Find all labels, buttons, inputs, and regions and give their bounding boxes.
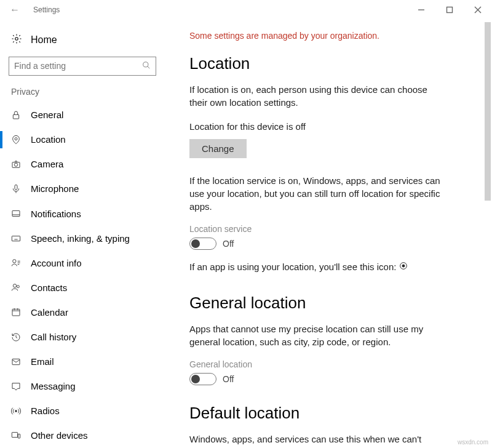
window-title: Settings <box>33 6 60 14</box>
svg-point-4 <box>15 38 18 41</box>
svg-rect-26 <box>12 359 20 364</box>
location-target-icon <box>399 261 408 273</box>
lock-icon <box>11 110 25 120</box>
default-location-desc: Windows, apps, and services can use this… <box>189 433 448 448</box>
account-icon <box>11 258 25 268</box>
toggle-state: Off <box>223 374 234 384</box>
svg-point-20 <box>13 284 16 287</box>
home-label: Home <box>31 34 57 46</box>
email-icon <box>11 357 25 367</box>
keyboard-icon <box>11 233 25 243</box>
change-button[interactable]: Change <box>189 139 247 158</box>
search-input[interactable] <box>14 61 142 71</box>
location-icon <box>11 135 25 145</box>
location-service-desc: If the location service is on, Windows, … <box>189 174 448 213</box>
svg-rect-28 <box>12 433 17 438</box>
history-icon <box>11 332 25 342</box>
sidebar-item-account[interactable]: Account info <box>0 250 165 275</box>
general-location-heading: General location <box>189 294 474 313</box>
sidebar-item-camera[interactable]: Camera <box>0 152 165 177</box>
general-location-toggle[interactable]: Off <box>189 373 474 385</box>
window-controls <box>407 0 492 20</box>
sidebar-item-label: Email <box>31 356 54 367</box>
location-service-toggle[interactable]: Off <box>189 238 474 250</box>
sidebar-item-notifications[interactable]: Notifications <box>0 201 165 226</box>
main-content: Some settings are managed by your organi… <box>165 20 492 448</box>
close-button[interactable] <box>464 0 492 20</box>
sidebar-item-label: Notifications <box>31 209 81 219</box>
svg-line-6 <box>148 66 150 69</box>
svg-point-5 <box>143 62 148 67</box>
toggle-state: Off <box>223 239 234 249</box>
back-button[interactable]: ← <box>5 0 25 20</box>
sidebar-item-label: Contacts <box>31 282 67 293</box>
default-location-heading: Default location <box>189 404 474 423</box>
sidebar-item-email[interactable]: Email <box>0 350 165 374</box>
general-location-desc: Apps that cannot use my precise location… <box>189 322 448 348</box>
sidebar: Home Privacy General Location Camera Mic… <box>0 20 165 448</box>
svg-point-8 <box>15 137 17 140</box>
devices-icon <box>11 431 25 441</box>
search-icon <box>142 61 151 71</box>
search-box[interactable] <box>9 57 156 76</box>
calendar-icon <box>11 307 25 317</box>
location-heading: Location <box>189 54 474 73</box>
toggle-track <box>189 373 216 385</box>
sidebar-item-label: Account info <box>31 258 82 268</box>
location-icon-note: If an app is using your location, you'll… <box>189 261 474 273</box>
sidebar-item-messaging[interactable]: Messaging <box>0 374 165 399</box>
sidebar-item-callhistory[interactable]: Call history <box>0 324 165 349</box>
svg-rect-13 <box>12 236 20 241</box>
device-location-status: Location for this device is off <box>189 120 448 133</box>
location-desc: If location is on, each person using thi… <box>189 83 448 109</box>
home-nav[interactable]: Home <box>0 30 165 57</box>
sidebar-item-label: Microphone <box>31 183 79 194</box>
minimize-button[interactable] <box>407 0 435 20</box>
scrollbar[interactable] <box>485 22 491 201</box>
sidebar-item-label: Radios <box>31 406 60 416</box>
messaging-icon <box>11 382 25 391</box>
sidebar-item-general[interactable]: General <box>0 103 165 127</box>
sidebar-item-label: General <box>31 110 63 120</box>
sidebar-item-label: Speech, inking, & typing <box>31 233 130 244</box>
sidebar-item-label: Messaging <box>31 381 76 391</box>
sidebar-item-label: Location <box>31 134 66 145</box>
general-location-label: General location <box>189 359 474 369</box>
sidebar-item-label: Call history <box>31 332 76 342</box>
sidebar-item-calendar[interactable]: Calendar <box>0 300 165 324</box>
sidebar-item-radios[interactable]: Radios <box>0 399 165 423</box>
sidebar-item-location[interactable]: Location <box>0 127 165 152</box>
sidebar-item-otherdevices[interactable]: Other devices <box>0 423 165 448</box>
svg-point-31 <box>402 265 405 267</box>
sidebar-item-label: Calendar <box>31 307 68 318</box>
svg-rect-12 <box>12 210 20 216</box>
microphone-icon <box>11 184 25 194</box>
svg-rect-11 <box>15 185 17 190</box>
svg-rect-29 <box>18 434 20 438</box>
sidebar-item-microphone[interactable]: Microphone <box>0 177 165 201</box>
radio-icon <box>11 406 25 416</box>
svg-point-21 <box>17 286 19 288</box>
sidebar-item-label: Camera <box>31 159 63 169</box>
watermark: wsxdn.com <box>458 439 488 446</box>
camera-icon <box>11 159 25 169</box>
svg-rect-7 <box>13 114 18 119</box>
sidebar-item-label: Other devices <box>31 430 88 441</box>
sidebar-item-contacts[interactable]: Contacts <box>0 275 165 300</box>
toggle-track <box>189 238 216 250</box>
sidebar-item-speech[interactable]: Speech, inking, & typing <box>0 226 165 250</box>
svg-rect-22 <box>12 310 20 316</box>
contacts-icon <box>11 282 25 292</box>
maximize-button[interactable] <box>435 0 464 20</box>
org-managed-message: Some settings are managed by your organi… <box>189 31 474 41</box>
notification-icon <box>11 209 25 218</box>
gear-icon <box>11 33 25 47</box>
location-service-label: Location service <box>189 224 474 234</box>
svg-point-10 <box>14 163 17 166</box>
svg-point-27 <box>15 410 17 412</box>
svg-point-19 <box>13 260 16 263</box>
svg-rect-1 <box>447 7 453 13</box>
category-header: Privacy <box>0 87 165 103</box>
